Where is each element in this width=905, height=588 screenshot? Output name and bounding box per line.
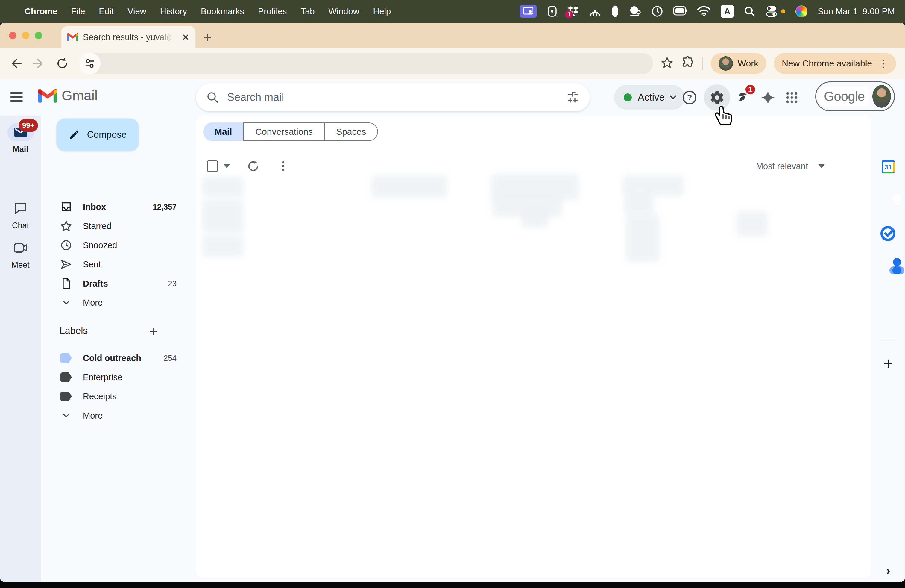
tab-conversations[interactable]: Conversations — [243, 122, 325, 141]
label-name: Receipts — [83, 392, 117, 402]
control-center-icon[interactable] — [765, 5, 778, 17]
forward-icon[interactable] — [32, 57, 46, 70]
display-menu-icon[interactable] — [673, 6, 687, 16]
more-options-icon[interactable] — [276, 159, 290, 173]
browser-menu-icon[interactable]: ⋮ — [878, 60, 888, 67]
gmail-sidebar: Compose Inbox 12,357 Starred Sn — [41, 116, 196, 582]
sidebar-item-inbox[interactable]: Inbox 12,357 — [41, 197, 192, 216]
meet-pill[interactable] — [8, 239, 34, 257]
new-tab-button[interactable]: + — [203, 29, 211, 46]
calendar-icon[interactable]: 31 — [880, 158, 897, 176]
back-icon[interactable] — [9, 57, 22, 70]
tab-close-icon[interactable]: ✕ — [182, 32, 189, 43]
minimize-window-button[interactable] — [22, 32, 29, 39]
google-logo-box: Google — [819, 86, 869, 106]
profile-chip[interactable]: Work — [711, 53, 766, 74]
redacted-content — [736, 211, 768, 237]
search-filters-icon[interactable] — [567, 91, 580, 104]
menubar-item-view[interactable]: View — [127, 6, 146, 16]
redacted-content — [202, 235, 244, 257]
menubar-clock[interactable]: Sun Mar 1 9:00 PM — [818, 6, 895, 16]
menubar-item-edit[interactable]: Edit — [99, 6, 114, 16]
tab-mail[interactable]: Mail — [203, 122, 243, 141]
update-chrome-button[interactable]: New Chrome available ⋮ — [774, 53, 896, 74]
select-dropdown-caret[interactable] — [224, 164, 230, 168]
label-name: More — [83, 411, 103, 421]
address-bar[interactable] — [79, 53, 653, 74]
help-button[interactable]: ? — [680, 88, 699, 107]
sort-dropdown[interactable]: Most relevant — [756, 161, 825, 171]
keyboard-layout-icon[interactable]: A — [721, 5, 734, 18]
compose-button[interactable]: Compose — [57, 119, 138, 151]
google-account-button[interactable]: Google — [815, 81, 895, 111]
redacted-content — [202, 199, 244, 234]
select-all-checkbox[interactable] — [207, 161, 218, 172]
vpn-arc-icon[interactable] — [589, 6, 601, 17]
menubar-item-bookmarks[interactable]: Bookmarks — [201, 6, 244, 16]
redacted-content — [624, 193, 654, 216]
search-icon[interactable] — [206, 91, 219, 103]
mail-unread-badge: 99+ — [19, 119, 38, 132]
bookmark-star-icon[interactable] — [661, 57, 673, 70]
inbox-count: 12,357 — [152, 202, 176, 212]
site-settings-icon[interactable] — [79, 53, 100, 74]
menubar-item-window[interactable]: Window — [328, 6, 359, 16]
menubar-app-name[interactable]: Chrome — [25, 6, 57, 16]
settings-gear-icon[interactable] — [708, 88, 727, 107]
sidebar-item-sent[interactable]: Sent — [41, 255, 192, 274]
label-tag-icon — [60, 392, 73, 401]
menubar-item-profiles[interactable]: Profiles — [258, 6, 287, 16]
add-label-button[interactable]: + — [149, 323, 157, 340]
label-item-enterprise[interactable]: Enterprise — [41, 368, 192, 387]
wifi-icon[interactable] — [697, 6, 710, 16]
gmail-logo-icon — [38, 89, 57, 103]
search-input[interactable]: Search mail — [227, 91, 567, 103]
gmail-logo: Gmail — [38, 87, 98, 103]
tab-spaces[interactable]: Spaces — [325, 122, 378, 141]
search-bar[interactable]: Search mail — [196, 83, 590, 111]
side-panel-rail: 31 + › — [872, 116, 905, 582]
close-window-button[interactable] — [9, 32, 16, 39]
label-item-receipts[interactable]: Receipts — [41, 387, 192, 406]
get-addons-button[interactable]: + — [883, 355, 893, 372]
sidebar-item-more[interactable]: More — [41, 293, 192, 312]
oval-menu-icon[interactable] — [611, 5, 619, 17]
zoom-window-button[interactable] — [35, 32, 42, 39]
tasks-icon[interactable] — [880, 224, 897, 243]
spotlight-icon[interactable] — [744, 6, 755, 17]
collapse-side-panel-icon[interactable]: › — [886, 564, 890, 577]
menubar-item-help[interactable]: Help — [373, 6, 391, 16]
rail-item-meet[interactable]: Meet — [0, 239, 41, 270]
label-item-more[interactable]: More — [41, 406, 192, 425]
camera-menu-icon[interactable] — [547, 5, 557, 17]
colorful-app-icon[interactable] — [795, 5, 807, 17]
browser-tab-active[interactable]: Search results - yuval@glitter ✕ — [61, 26, 195, 48]
menubar-item-history[interactable]: History — [160, 6, 187, 16]
reload-icon[interactable] — [56, 57, 69, 70]
sidebar-item-drafts[interactable]: Drafts 23 — [41, 274, 192, 293]
notification-badge: 1 — [744, 83, 757, 96]
rail-item-chat[interactable]: Chat — [0, 199, 41, 230]
extensions-puzzle-icon[interactable] — [681, 56, 694, 71]
sidebar-item-starred[interactable]: Starred — [41, 216, 192, 236]
screen-sharing-icon[interactable] — [519, 5, 537, 18]
chrome-tab-strip: Search results - yuval@glitter ✕ + — [0, 23, 905, 48]
clock-menu-icon[interactable] — [651, 5, 663, 17]
account-avatar[interactable] — [872, 85, 891, 108]
chat-pill[interactable] — [8, 199, 34, 217]
dropbox-icon[interactable]: 1 — [567, 6, 579, 16]
menubar-item-tab[interactable]: Tab — [301, 6, 315, 16]
mouse-pointer-cursor — [714, 106, 734, 127]
workspace-offer-icon[interactable]: 1 — [733, 88, 753, 107]
update-chrome-label: New Chrome available — [782, 58, 872, 68]
chat-status-dropdown[interactable]: Active — [614, 85, 685, 110]
sidebar-item-snoozed[interactable]: Snoozed — [41, 236, 192, 255]
main-menu-hamburger-icon[interactable] — [10, 91, 23, 103]
rail-item-mail[interactable]: 99+ Mail — [0, 123, 41, 154]
gemini-icon[interactable] — [758, 88, 778, 107]
menubar-item-file[interactable]: File — [71, 6, 85, 16]
google-apps-grid-icon[interactable] — [782, 88, 802, 107]
coffee-cup-icon[interactable] — [629, 6, 641, 17]
refresh-icon[interactable] — [246, 159, 260, 173]
label-item-cold-outreach[interactable]: Cold outreach 254 — [41, 348, 192, 368]
